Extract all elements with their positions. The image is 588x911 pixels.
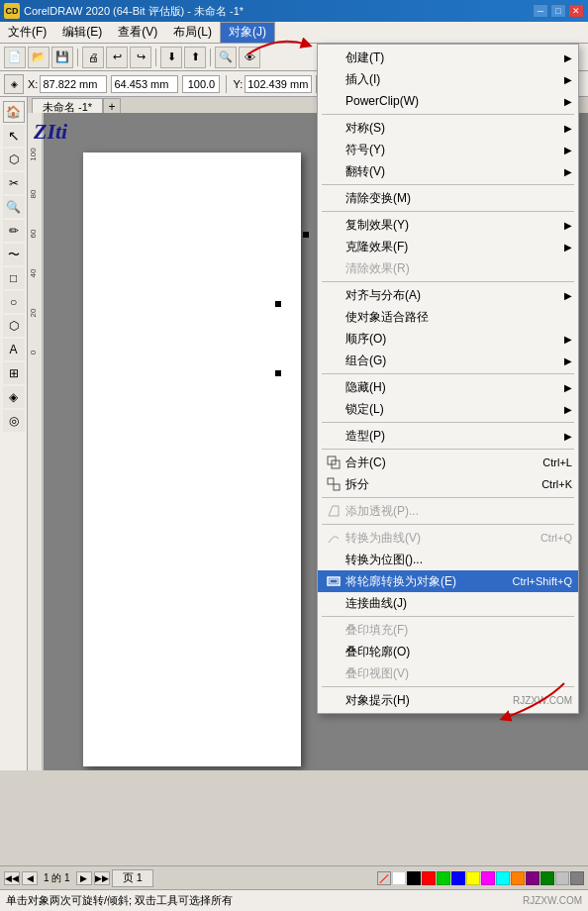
menu-shaping[interactable]: 造型(P) ▶ [318, 425, 578, 447]
group-icon [326, 353, 342, 368]
text-tool[interactable]: A [3, 339, 25, 360]
menu-insert[interactable]: 插入(I) ▶ [318, 68, 578, 90]
black-swatch[interactable] [407, 871, 421, 885]
clone-effect-arrow: ▶ [564, 242, 572, 253]
menu-bar: 文件(F) 编辑(E) 查看(V) 布局(L) 对象(J) [0, 22, 588, 44]
menu-symmetry[interactable]: 对称(S) ▶ [318, 117, 578, 139]
menu-symbol[interactable]: 符号(Y) ▶ [318, 139, 578, 160]
menu-clone-effect[interactable]: 克隆效果(F) ▶ [318, 236, 578, 257]
menu-combine[interactable]: 合并(C) Ctrl+L [318, 452, 578, 473]
page-1-tab[interactable]: 页 1 [112, 869, 153, 887]
import-button[interactable]: ⬇ [160, 47, 182, 68]
menu-copy-effect[interactable]: 复制效果(Y) ▶ [318, 214, 578, 236]
menu-connect-curves[interactable]: 连接曲线(J) [318, 592, 578, 614]
sep-11 [322, 686, 574, 687]
last-page-button[interactable]: ▶▶ [94, 871, 110, 885]
bitmap-icon [326, 552, 342, 567]
polygon-tool[interactable]: ⬡ [3, 315, 25, 337]
zoom-button[interactable]: 🔍 [215, 47, 237, 68]
print-button[interactable]: 🖨 [82, 47, 104, 68]
w-input[interactable] [111, 75, 178, 93]
prev-page-button[interactable]: ◀ [22, 871, 38, 885]
first-page-button[interactable]: ◀◀ [4, 871, 20, 885]
ellipse-tool[interactable]: ○ [3, 291, 25, 313]
symbol-icon [326, 142, 342, 157]
menu-obj-hint[interactable]: 对象提示(H) RJZXW.COM [318, 689, 578, 711]
x-input[interactable] [40, 75, 107, 93]
align-icon [326, 287, 342, 303]
new-button[interactable]: 📄 [4, 47, 26, 68]
ruler-vertical: 100 80 60 40 20 0 [28, 113, 44, 770]
y-input[interactable] [245, 75, 312, 93]
fill-tool[interactable]: ◈ [3, 386, 25, 408]
close-button[interactable]: ✕ [568, 4, 584, 18]
save-button[interactable]: 💾 [51, 47, 73, 68]
x-field: X: [28, 75, 107, 93]
next-page-button[interactable]: ▶ [76, 871, 92, 885]
menu-outline-to-obj[interactable]: 将轮廓转换为对象(E) Ctrl+Shift+Q [318, 570, 578, 592]
blue-swatch[interactable] [451, 871, 465, 885]
menu-file[interactable]: 文件(F) [0, 22, 54, 44]
smart-draw-tool[interactable]: 〜 [3, 244, 25, 265]
sep-9 [322, 524, 574, 525]
menu-split[interactable]: 拆分 Ctrl+K [318, 473, 578, 495]
redo-button[interactable]: ↪ [130, 47, 151, 68]
menu-powerclip[interactable]: PowerClip(W) ▶ [318, 90, 578, 112]
svg-rect-9 [28, 113, 44, 770]
table-tool[interactable]: ⊞ [3, 362, 25, 384]
sep-7 [322, 449, 574, 450]
menu-fit-path[interactable]: 使对象适合路径 [318, 306, 578, 328]
cyan-swatch[interactable] [496, 871, 510, 885]
rect-tool[interactable]: □ [3, 267, 25, 289]
menu-convert-bitmap[interactable]: 转换为位图()... [318, 549, 578, 570]
yellow-swatch[interactable] [466, 871, 480, 885]
zoom-tool[interactable]: 🔍 [3, 196, 25, 218]
undo-button[interactable]: ↩ [106, 47, 128, 68]
w-field [111, 75, 178, 93]
hide-arrow: ▶ [564, 382, 572, 393]
maximize-button[interactable]: □ [550, 4, 566, 18]
menu-hide[interactable]: 隐藏(H) ▶ [318, 376, 578, 398]
node-tool[interactable]: ⬡ [3, 149, 25, 170]
menu-transform[interactable]: 翻转(V) ▶ [318, 160, 578, 182]
menu-align[interactable]: 对齐与分布(A) ▶ [318, 284, 578, 306]
color-palette [377, 871, 584, 885]
silver-swatch[interactable] [555, 871, 569, 885]
red-swatch[interactable] [422, 871, 436, 885]
green-swatch[interactable] [437, 871, 450, 885]
menu-view[interactable]: 查看(V) [110, 22, 165, 44]
menu-group[interactable]: 组合(G) ▶ [318, 350, 578, 371]
order-arrow: ▶ [564, 334, 572, 345]
dark-green-swatch[interactable] [540, 871, 554, 885]
home-button[interactable]: 🏠 [3, 101, 25, 123]
white-swatch[interactable] [392, 871, 406, 885]
purple-swatch[interactable] [526, 871, 539, 885]
menu-order[interactable]: 顺序(O) ▶ [318, 328, 578, 350]
menu-print-outline[interactable]: 叠印轮廓(O) [318, 641, 578, 662]
select-tool[interactable]: ↖ [3, 125, 25, 147]
freehand-tool[interactable]: ✏ [3, 220, 25, 242]
interactive-tool[interactable]: ◎ [3, 410, 25, 432]
menu-create[interactable]: 创建(T) ▶ [318, 47, 578, 68]
svg-text:40: 40 [29, 268, 38, 277]
orange-swatch[interactable] [511, 871, 525, 885]
combine-shortcut: Ctrl+L [542, 456, 572, 468]
minimize-button[interactable]: ─ [533, 4, 548, 18]
menu-clear-transform[interactable]: 清除变换(M) [318, 187, 578, 209]
sep-2 [322, 184, 574, 185]
export-button[interactable]: ⬆ [184, 47, 206, 68]
gray-swatch[interactable] [570, 871, 584, 885]
crop-tool[interactable]: ✂ [3, 172, 25, 194]
menu-edit[interactable]: 编辑(E) [54, 22, 110, 44]
svg-rect-19 [328, 478, 334, 484]
magenta-swatch[interactable] [481, 871, 495, 885]
window-controls: ─ □ ✕ [533, 4, 584, 18]
w-pct[interactable]: 100.0 [182, 75, 220, 93]
insert-arrow: ▶ [564, 74, 572, 85]
no-color-swatch[interactable] [377, 871, 391, 885]
open-button[interactable]: 📂 [28, 47, 49, 68]
menu-layout[interactable]: 布局(L) [165, 22, 220, 44]
view-button[interactable]: 👁 [239, 47, 260, 68]
menu-lock[interactable]: 锁定(L) ▶ [318, 398, 578, 420]
menu-object[interactable]: 对象(J) [220, 22, 275, 44]
